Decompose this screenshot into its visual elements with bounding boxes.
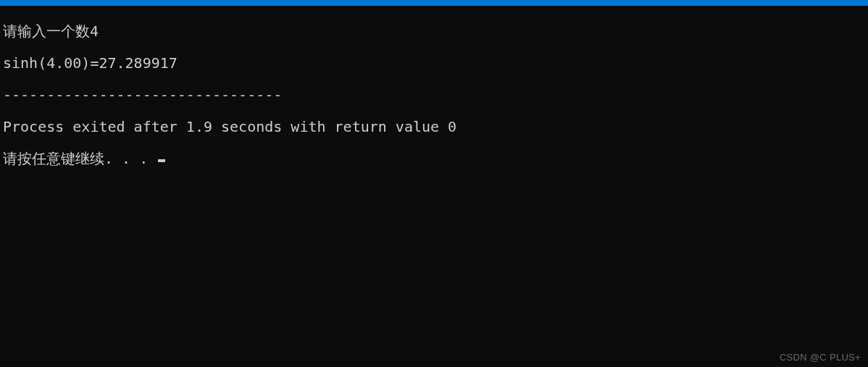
cursor-icon [158,159,165,162]
terminal-output[interactable]: 请输入一个数4 sinh(4.00)=27.289917 -----------… [0,6,868,184]
terminal-line-separator: -------------------------------- [3,87,865,103]
window-titlebar [0,0,868,6]
terminal-line-result: sinh(4.00)=27.289917 [3,55,865,71]
terminal-line-input-prompt: 请输入一个数4 [3,23,865,39]
terminal-line-press-key: 请按任意键继续. . . [3,151,865,166]
watermark: CSDN @C PLUS+ [780,352,861,363]
terminal-line-process-exit: Process exited after 1.9 seconds with re… [3,119,865,135]
